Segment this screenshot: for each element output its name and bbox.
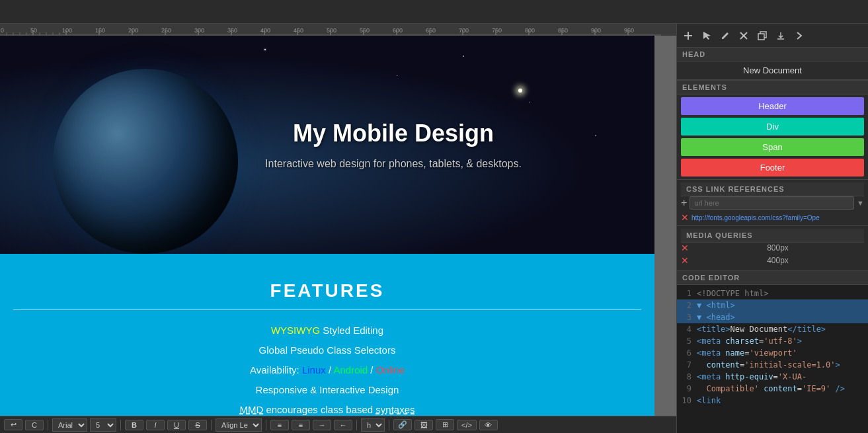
add-panel-button[interactable]: [680, 27, 697, 44]
code-line-3[interactable]: 3 ▼ <head>: [677, 311, 868, 323]
code-line-7[interactable]: 7 content='initial-scale=1.0'>: [677, 359, 868, 371]
right-panel: HEAD New Document ELEMENTS Header Div Sp…: [676, 24, 868, 433]
element-span-button[interactable]: Span: [681, 138, 864, 156]
svg-text:850: 850: [558, 27, 568, 34]
code-line-10[interactable]: 10 <link: [677, 395, 868, 407]
svg-text:0: 0: [1, 27, 4, 34]
list-unordered-button[interactable]: ≡: [270, 420, 289, 430]
line-number: 2: [677, 299, 697, 311]
star-dot: [264, 49, 266, 50]
svg-text:950: 950: [624, 27, 634, 34]
plain-text: /: [370, 364, 373, 375]
css-link-label: CSS LINK REFERENCES: [681, 182, 864, 196]
code-line-2[interactable]: 2 ▼ <html>: [677, 299, 868, 311]
element-footer-button[interactable]: Footer: [681, 159, 864, 177]
bold-button[interactable]: B: [125, 420, 143, 430]
separator: [48, 420, 48, 430]
font-size-select[interactable]: 5: [90, 418, 116, 432]
canvas-scroll[interactable]: My Mobile Design Interactive web design …: [0, 36, 676, 416]
list-item: Global Pseudo Class Selectors: [13, 340, 641, 360]
plain-text: /: [329, 364, 331, 375]
download-button[interactable]: [772, 27, 789, 44]
link-button[interactable]: 🔗: [393, 419, 412, 430]
preview-button[interactable]: 👁: [479, 420, 498, 430]
svg-text:100: 100: [62, 27, 72, 34]
css-link-input-row: + ▼: [681, 196, 864, 210]
syntaxes-link[interactable]: syntaxes: [375, 404, 414, 415]
svg-text:900: 900: [591, 27, 601, 34]
copy-button[interactable]: [754, 27, 771, 44]
element-div-button[interactable]: Div: [681, 118, 864, 136]
svg-text:150: 150: [95, 27, 105, 34]
code-editor-body[interactable]: 1 <!DOCTYPE html> 2 ▼ <html> 3 ▼ <head> …: [677, 285, 868, 433]
elements-label: ELEMENTS: [677, 81, 868, 95]
css-remove-button[interactable]: ✕: [681, 212, 689, 223]
undo-button[interactable]: ↩: [4, 419, 22, 430]
list-ordered-button[interactable]: ≡: [292, 420, 310, 430]
line-number: 4: [677, 323, 697, 335]
line-number: 10: [677, 395, 697, 407]
table-button[interactable]: ⊞: [436, 419, 454, 430]
source-button[interactable]: </>: [457, 420, 477, 430]
plain-text: encourages class based: [266, 404, 375, 415]
code-line-1[interactable]: 1 <!DOCTYPE html>: [677, 288, 868, 299]
css-link-entry: ✕ http://fonts.googleapis.com/css?family…: [681, 212, 864, 223]
italic-button[interactable]: I: [146, 420, 165, 430]
next-button[interactable]: [791, 27, 808, 44]
link-online[interactable]: Online: [376, 364, 405, 375]
underline-button[interactable]: U: [167, 420, 186, 430]
new-document-label[interactable]: New Document: [677, 61, 868, 80]
line-content: <meta name='viewport': [697, 347, 797, 359]
mmd-link[interactable]: MMD: [239, 404, 263, 415]
code-line-4[interactable]: 4 <title>New Document</title>: [677, 323, 868, 335]
link-linux[interactable]: Linux: [302, 364, 326, 375]
code-editor-section: CODE EDITOR 1 <!DOCTYPE html> 2 ▼ <html>…: [677, 271, 868, 433]
redo-button[interactable]: C: [25, 420, 44, 430]
image-button[interactable]: 🖼: [414, 420, 433, 430]
align-select[interactable]: Align Left: [216, 418, 262, 432]
link-android[interactable]: Android: [333, 364, 368, 375]
separator: [120, 420, 121, 430]
separator: [266, 420, 266, 430]
line-content: <meta http-equiv='X-UA-: [697, 371, 807, 383]
head-section: HEAD New Document: [677, 48, 868, 81]
svg-text:300: 300: [194, 27, 204, 34]
main-area: 0 50 100 150 200 250 300 350 400 450: [0, 24, 868, 433]
line-content: <!DOCTYPE html>: [697, 288, 768, 299]
elements-section: ELEMENTS Header Div Span Footer: [677, 81, 868, 180]
indent-button[interactable]: →: [313, 420, 331, 430]
svg-text:400: 400: [260, 27, 270, 34]
code-line-6[interactable]: 6 <meta name='viewport': [677, 347, 868, 359]
css-add-button[interactable]: +: [681, 197, 687, 209]
media-remove-800-button[interactable]: ✕: [681, 243, 689, 253]
media-remove-400-button[interactable]: ✕: [681, 255, 689, 266]
svg-rect-50: [684, 35, 692, 36]
cursor-button[interactable]: [698, 27, 715, 44]
strikethrough-button[interactable]: S: [188, 420, 207, 430]
svg-text:700: 700: [459, 27, 469, 34]
font-family-select[interactable]: Arial: [52, 418, 87, 432]
close-button[interactable]: [735, 27, 752, 44]
list-item: MMD encourages class based syntaxes: [13, 400, 641, 416]
webpage-preview: My Mobile Design Interactive web design …: [0, 36, 654, 416]
css-url-input[interactable]: [690, 196, 854, 210]
head-label: HEAD: [677, 48, 868, 61]
edit-button[interactable]: [717, 27, 734, 44]
element-header-button[interactable]: Header: [681, 97, 864, 115]
media-queries-section: MEDIA QUERIES ✕ 800px ✕ 400px: [677, 226, 868, 271]
outdent-button[interactable]: ←: [334, 420, 352, 430]
line-content: content='initial-scale=1.0'>: [697, 359, 840, 371]
line-number: 5: [677, 335, 697, 347]
line-content: <title>New Document</title>: [697, 323, 826, 335]
top-toolbar: [0, 0, 868, 24]
code-line-9[interactable]: 9 Compatible' content='IE=9' />: [677, 383, 868, 395]
bottom-toolbar: ↩ C Arial 5 B I U S Align Left ≡ ≡ → ←: [0, 416, 676, 433]
heading-select[interactable]: h4: [361, 418, 385, 432]
star-dot: [595, 135, 596, 136]
code-line-5[interactable]: 5 <meta charset='utf-8'>: [677, 335, 868, 347]
code-line-8[interactable]: 8 <meta http-equiv='X-UA-: [677, 371, 868, 383]
line-content: <meta charset='utf-8'>: [697, 335, 802, 347]
hero-content: My Mobile Design Interactive web design …: [265, 120, 522, 170]
star-dot: [397, 75, 397, 76]
css-input-arrow: ▼: [857, 199, 864, 207]
